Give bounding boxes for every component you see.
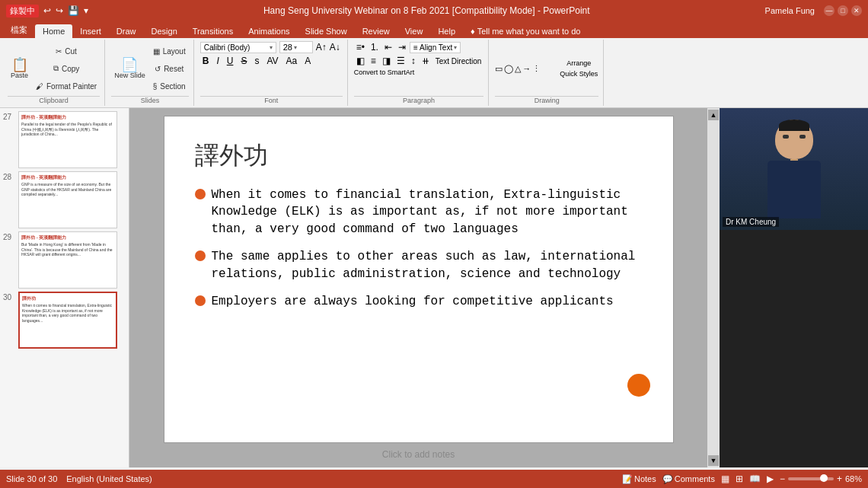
font-size-arrow: ▾ xyxy=(294,44,297,51)
shapes-palette: ▭ ◯ △ → ⋮ xyxy=(495,64,556,74)
zoom-out-button[interactable]: − xyxy=(780,474,785,484)
italic-button[interactable]: I xyxy=(214,55,221,67)
justify-button[interactable]: ☰ xyxy=(394,55,407,67)
view-reading-button[interactable]: 📖 xyxy=(749,474,761,484)
numbering-button[interactable]: 1. xyxy=(369,41,381,53)
slide-thumb-30[interactable]: 30 譯外功 When it comes to financial transl… xyxy=(3,292,126,349)
undo-btn[interactable]: ↩ xyxy=(43,5,51,16)
strikethrough-button[interactable]: S xyxy=(238,55,249,67)
section-icon: § xyxy=(153,82,158,91)
font-size-dropdown[interactable]: 28 ▾ xyxy=(279,41,313,53)
increase-font-btn[interactable]: A↑ xyxy=(316,42,327,53)
slide-thumb-28[interactable]: 28 譯外功 - 英漢翻譯能力 GNP is a measure of the … xyxy=(3,171,126,228)
slide-title: 譯外功 xyxy=(195,139,643,173)
tab-view[interactable]: View xyxy=(397,24,431,38)
reset-button[interactable]: ↺ Reset xyxy=(150,60,189,77)
layout-button[interactable]: ▦ Layout xyxy=(150,43,189,59)
tab-tell-me[interactable]: ♦ Tell me what you want to do xyxy=(463,24,588,38)
person-head xyxy=(775,120,813,159)
line-spacing-button[interactable]: ↕ xyxy=(409,55,418,67)
font-color-button[interactable]: A xyxy=(302,55,313,67)
zoom-in-button[interactable]: + xyxy=(837,474,842,484)
redo-btn[interactable]: ↪ xyxy=(56,5,63,16)
shape-3[interactable]: △ xyxy=(515,64,521,74)
increase-indent-button[interactable]: ⇥ xyxy=(396,41,408,53)
paragraph-label: Paragraph xyxy=(354,96,484,106)
bullet-dot-3 xyxy=(195,295,206,306)
shape-5[interactable]: ⋮ xyxy=(532,64,541,74)
quick-styles-button[interactable]: Quick Styles xyxy=(559,69,598,78)
format-painter-button[interactable]: 🖌 Format Painter xyxy=(33,78,100,94)
zoom-slider[interactable] xyxy=(788,477,834,480)
change-case-button[interactable]: Aa xyxy=(284,55,300,67)
slide-canvas[interactable]: 譯外功 When it comes to financial translati… xyxy=(164,116,674,443)
close-button[interactable]: ✕ xyxy=(851,5,862,16)
font-label: Font xyxy=(200,96,343,106)
tab-help[interactable]: Help xyxy=(430,24,463,38)
tab-file[interactable]: 檔案 xyxy=(3,22,35,38)
view-slide-sorter-button[interactable]: ⊞ xyxy=(736,474,743,484)
scroll-up-button[interactable]: ▲ xyxy=(708,110,719,120)
tab-slideshow[interactable]: Slide Show xyxy=(298,24,355,38)
tab-home[interactable]: Home xyxy=(35,24,72,38)
zoom-level[interactable]: 68% xyxy=(845,474,862,483)
right-panel: Dr KM Cheung xyxy=(720,108,868,467)
slide-thumb-29[interactable]: 29 譯外功 - 英漢翻譯能力 But 'Made in Hong Kong' … xyxy=(3,231,126,289)
font-name-dropdown[interactable]: Calibri (Body) ▾ xyxy=(200,42,276,53)
title-bar-center: Hang Seng University Webinar on 8 Feb 20… xyxy=(88,5,765,16)
text-direction-button[interactable]: Text Direction xyxy=(433,56,484,66)
decrease-font-btn[interactable]: A↓ xyxy=(330,42,340,53)
clipboard-small-buttons: ✂ Cut ⧉ Copy 🖌 Format Painter xyxy=(33,43,100,94)
layout-icon: ▦ xyxy=(153,47,160,56)
new-slide-button[interactable]: 📄 New Slide xyxy=(111,46,148,91)
shadow-button[interactable]: s xyxy=(252,55,261,67)
minimize-button[interactable]: — xyxy=(824,5,834,16)
columns-button[interactable]: ⧺ xyxy=(420,55,432,67)
convert-smartart-btn[interactable]: Convert to SmartArt xyxy=(354,69,484,76)
slide-panel: 27 譯外功 - 英漢翻譯能力 Parallel to the legal te… xyxy=(0,108,129,467)
tab-review[interactable]: Review xyxy=(355,24,397,38)
view-normal-button[interactable]: ▦ xyxy=(721,474,729,484)
paste-button[interactable]: 📋 Paste xyxy=(8,46,31,91)
tab-insert[interactable]: Insert xyxy=(72,24,109,38)
underline-button[interactable]: U xyxy=(225,55,236,67)
notes-button[interactable]: 📝 Notes xyxy=(622,474,656,484)
scroll-down-button[interactable]: ▼ xyxy=(708,455,719,466)
copy-button[interactable]: ⧉ Copy xyxy=(33,60,100,77)
paragraph-row1: ≡• 1. ⇤ ⇥ ≡ Align Text ▾ xyxy=(354,41,484,53)
format-painter-icon: 🖌 xyxy=(36,82,43,91)
tab-transitions[interactable]: Transitions xyxy=(185,24,241,38)
view-slideshow-button[interactable]: ▶ xyxy=(767,474,774,484)
save-btn[interactable]: 💾 xyxy=(68,5,79,16)
arrange-button[interactable]: Arrange xyxy=(559,59,598,68)
bold-button[interactable]: B xyxy=(200,55,212,67)
decrease-indent-button[interactable]: ⇤ xyxy=(382,41,394,53)
shape-2[interactable]: ◯ xyxy=(504,64,513,74)
slides-buttons: 📄 New Slide ▦ Layout ↺ Reset § Section xyxy=(111,41,189,96)
slide-thumb-27[interactable]: 27 譯外功 - 英漢翻譯能力 Parallel to the legal te… xyxy=(3,111,126,168)
tab-design[interactable]: Design xyxy=(144,24,185,38)
new-slide-icon: 📄 xyxy=(121,58,138,72)
title-bar: 錄製中 ↩ ↪ 💾 ▾ Hang Seng University Webinar… xyxy=(0,0,868,21)
tab-animations[interactable]: Animations xyxy=(241,24,297,38)
comments-button[interactable]: 💬 Comments xyxy=(662,474,715,484)
bullets-button[interactable]: ≡• xyxy=(354,41,367,53)
status-right: 📝 Notes 💬 Comments ▦ ⊞ 📖 ▶ − + 68% xyxy=(622,474,862,484)
main-area: 27 譯外功 - 英漢翻譯能力 Parallel to the legal te… xyxy=(0,108,868,467)
clipboard-buttons: 📋 Paste ✂ Cut ⧉ Copy 🖌 Format Painter xyxy=(8,41,100,96)
cut-button[interactable]: ✂ Cut xyxy=(33,43,100,59)
align-left-button[interactable]: ◧ xyxy=(354,55,367,67)
drawing-buttons: ▭ ◯ △ → ⋮ Arrange Quick Styles xyxy=(495,41,598,96)
align-text-dropdown[interactable]: ≡ Align Text ▾ xyxy=(410,42,461,53)
shape-1[interactable]: ▭ xyxy=(495,64,503,74)
align-right-button[interactable]: ◨ xyxy=(380,55,393,67)
maximize-button[interactable]: □ xyxy=(838,5,848,16)
click-to-add-notes[interactable]: Click to add notes xyxy=(164,449,674,460)
tab-draw[interactable]: Draw xyxy=(109,24,144,38)
slide-info: Slide 30 of 30 xyxy=(6,474,57,483)
align-center-button[interactable]: ≡ xyxy=(369,55,378,67)
person-silhouette xyxy=(764,120,825,218)
section-button[interactable]: § Section xyxy=(150,78,189,94)
char-spacing-button[interactable]: AV xyxy=(264,55,280,67)
shape-4[interactable]: → xyxy=(522,64,531,74)
